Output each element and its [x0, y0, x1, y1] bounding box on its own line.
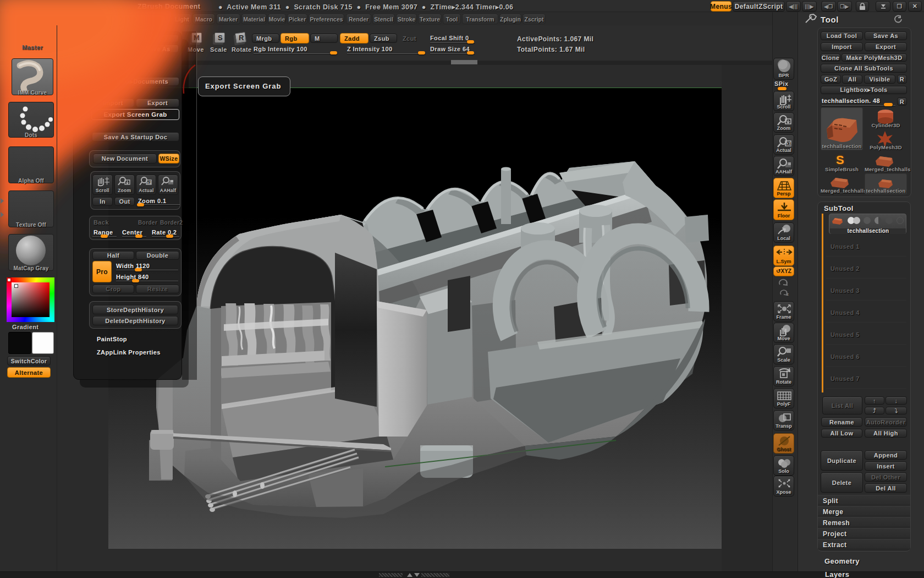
svg-text:x1: x1: [786, 141, 791, 146]
svg-text:z: z: [787, 292, 789, 297]
svg-text:x1: x1: [147, 181, 151, 184]
